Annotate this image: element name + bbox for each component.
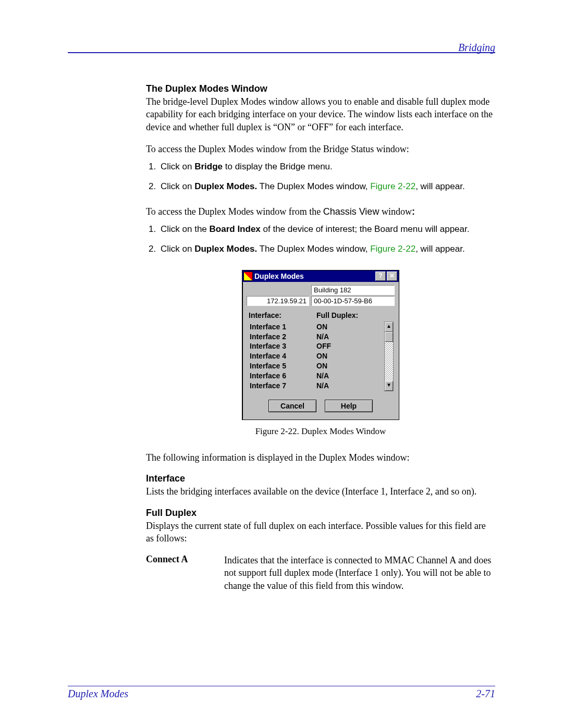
interface-description: Lists the bridging interfaces available … [146, 485, 495, 498]
fullduplex-value: N/A [316, 371, 329, 381]
figure-link[interactable]: Figure 2-22 [370, 244, 415, 254]
fullduplex-value: N/A [316, 332, 329, 342]
interface-name: Interface 3 [250, 341, 316, 351]
list-item[interactable]: Interface 6N/A [250, 371, 382, 381]
scroll-track[interactable] [385, 342, 393, 381]
interface-heading: Interface [146, 473, 495, 484]
access-bridge-status: To access the Duplex Modes window from t… [146, 143, 495, 155]
fullduplex-heading: Full Duplex [146, 508, 495, 519]
list-item[interactable]: Interface 5ON [250, 361, 382, 371]
interface-name: Interface 1 [250, 322, 316, 332]
interface-name: Interface 5 [250, 361, 316, 371]
list-item[interactable]: Interface 2N/A [250, 332, 382, 342]
device-ip-field: 172.19.59.21 [247, 296, 309, 306]
scrollbar[interactable]: ▲ ▼ [384, 322, 394, 391]
fullduplex-value: OFF [316, 341, 331, 351]
footer-right: 2-71 [476, 688, 495, 700]
step-item: Click on the Board Index of the device o… [158, 223, 495, 236]
dialog-title: Duplex Modes [254, 272, 374, 280]
def-connect-a: Indicates that the interface is connecte… [224, 554, 495, 592]
close-icon[interactable]: ✕ [387, 272, 397, 281]
help-button[interactable]: Help [325, 400, 373, 412]
device-mac-field: 00-00-1D-57-59-B6 [311, 296, 395, 306]
interface-name: Interface 7 [250, 381, 316, 391]
section-intro: The bridge-level Duplex Modes window all… [146, 95, 495, 133]
figure-link[interactable]: Figure 2-22 [370, 181, 415, 191]
list-item[interactable]: Interface 4ON [250, 351, 382, 361]
chassis-view-label: Chassis View [323, 206, 380, 217]
footer-rule [68, 686, 495, 686]
scroll-up-icon[interactable]: ▲ [385, 322, 393, 332]
dialog-titlebar[interactable]: Duplex Modes ? ✕ [242, 270, 399, 282]
interface-name: Interface 6 [250, 371, 316, 381]
empty-cell [247, 285, 309, 295]
text: window [379, 206, 412, 217]
scroll-thumb[interactable] [385, 332, 393, 342]
help-icon[interactable]: ? [375, 272, 386, 281]
access-chassis-view: To access the Duplex Modes window from t… [146, 205, 495, 218]
list-item[interactable]: Interface 1ON [250, 322, 382, 332]
column-header-fullduplex: Full Duplex: [316, 311, 358, 319]
colon: : [412, 206, 415, 217]
duplex-modes-dialog: Duplex Modes ? ✕ Building 182 172.19.59.… [242, 270, 399, 420]
term-connect-a: Connect A [146, 554, 224, 592]
interface-name: Interface 4 [250, 351, 316, 361]
post-figure-intro: The following information is displayed i… [146, 451, 495, 464]
section-heading: The Duplex Modes Window [146, 83, 495, 94]
scroll-down-icon[interactable]: ▼ [385, 381, 393, 391]
fullduplex-description: Displays the current state of full duple… [146, 520, 495, 545]
column-header-interface: Interface: [249, 311, 316, 319]
step-item: Click on Duplex Modes. The Duplex Modes … [158, 243, 495, 255]
text: To access the Duplex Modes window from t… [146, 206, 323, 217]
figure-caption: Figure 2-22. Duplex Modes Window [146, 426, 495, 437]
fullduplex-value: N/A [316, 381, 329, 391]
footer-left: Duplex Modes [68, 688, 128, 700]
interface-list[interactable]: Interface 1ONInterface 2N/AInterface 3OF… [248, 322, 384, 391]
cancel-button[interactable]: Cancel [268, 400, 316, 412]
app-icon [244, 272, 252, 280]
fullduplex-value: ON [316, 322, 327, 332]
header-rule [68, 52, 495, 53]
fullduplex-value: ON [316, 351, 327, 361]
interface-name: Interface 2 [250, 332, 316, 342]
step-item: Click on Bridge to display the Bridge me… [158, 161, 495, 173]
list-item[interactable]: Interface 3OFF [250, 341, 382, 351]
steps-list-1: Click on Bridge to display the Bridge me… [146, 161, 495, 193]
list-item[interactable]: Interface 7N/A [250, 381, 382, 391]
step-item: Click on Duplex Modes. The Duplex Modes … [158, 180, 495, 193]
fullduplex-value: ON [316, 361, 327, 371]
steps-list-2: Click on the Board Index of the device o… [146, 223, 495, 255]
device-name-field: Building 182 [311, 285, 395, 295]
